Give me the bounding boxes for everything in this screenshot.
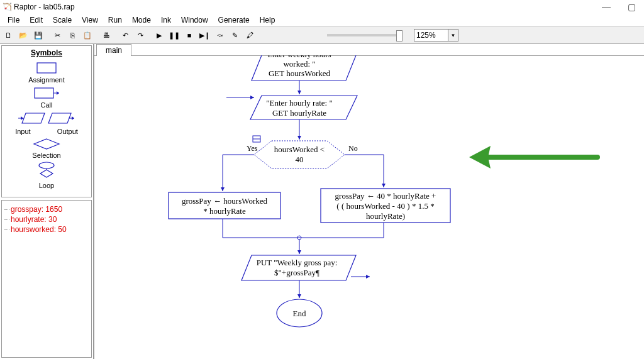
step-over-button[interactable]: ⤼ [213, 28, 226, 42]
flow-end[interactable]: End [277, 299, 322, 327]
svg-text:( ( hoursWorked  - 40 ) * 1.5 : ( ( hoursWorked - 40 ) * 1.5 * [336, 201, 434, 211]
call-label: Call [2, 101, 91, 109]
speed-slider[interactable] [327, 34, 402, 36]
selection-icon [31, 138, 62, 150]
variables-panel: grosspay: 1650 hourlyrate: 30 hoursworke… [1, 200, 92, 358]
var-row: hourlyrate: 30 [4, 214, 89, 224]
print-button[interactable]: 🖶 [99, 28, 113, 42]
no-label: No [348, 144, 358, 153]
menu-ink[interactable]: Ink [156, 14, 176, 26]
svg-marker-12 [40, 170, 53, 177]
redo-button[interactable]: ↷ [133, 28, 147, 42]
toolbar: 🗋 📂 💾 ✂ ⎘ 📋 🖶 ↶ ↷ ▶ ❚❚ ■ ▶❙ ⤼ ✎ 🖍 125% ▼ [0, 26, 644, 44]
symbols-panel: Symbols Assignment Call [1, 45, 92, 197]
svg-rect-1 [35, 88, 53, 98]
flow-output[interactable]: PUT "Weekly gross pay: $"+grossPay¶ [242, 255, 370, 280]
svg-text:GET hourlyRate: GET hourlyRate [272, 108, 326, 118]
svg-point-11 [39, 162, 54, 168]
svg-text:* hourlyRate: * hourlyRate [203, 206, 246, 216]
symbols-title: Symbols [2, 48, 91, 57]
svg-marker-56 [469, 146, 491, 168]
flow-input-1[interactable]: Enter weekly hours worked: " GET hoursWo… [226, 55, 358, 80]
highlight-button[interactable]: 🖍 [243, 28, 257, 42]
symbol-assignment[interactable]: Assignment [2, 61, 91, 84]
tab-main[interactable]: main [96, 44, 131, 56]
zoom-select[interactable]: 125% [414, 29, 448, 41]
loop-label: Loop [2, 182, 91, 189]
titlebar: 🏹 Raptor - lab05.rap — ▢ [0, 0, 644, 14]
menu-file[interactable]: File [3, 14, 25, 26]
assignment-icon [34, 61, 59, 75]
call-icon [31, 86, 62, 100]
yes-label: Yes [247, 144, 258, 153]
menu-window[interactable]: Window [176, 14, 213, 26]
svg-text:grossPay ← hoursWorked: grossPay ← hoursWorked [182, 196, 268, 206]
copy-button[interactable]: ⎘ [65, 28, 79, 42]
symbol-input-output[interactable]: Input Output [2, 111, 91, 135]
open-button[interactable]: 📂 [16, 28, 30, 42]
svg-text:GET hoursWorked: GET hoursWorked [269, 69, 331, 78]
step-button[interactable]: ▶❙ [197, 28, 211, 42]
svg-marker-9 [72, 116, 74, 120]
svg-text:"Enter hourly rate: ": "Enter hourly rate: " [266, 98, 333, 108]
workspace: Symbols Assignment Call [0, 44, 644, 359]
flow-input-2[interactable]: "Enter hourly rate: " GET hourlyRate [226, 96, 357, 119]
svg-text:hoursWorked <: hoursWorked < [274, 145, 325, 154]
flow-assign-right[interactable]: grossPay ← 40 * hourlyRate + ( ( hoursWo… [321, 189, 450, 223]
sidebar: Symbols Assignment Call [0, 44, 94, 359]
loop-icon [34, 162, 59, 180]
menu-generate[interactable]: Generate [213, 14, 255, 26]
symbol-call[interactable]: Call [2, 86, 91, 109]
menu-mode[interactable]: Mode [127, 14, 156, 26]
flow-assign-left[interactable]: grossPay ← hoursWorked * hourlyRate [169, 192, 280, 219]
svg-marker-3 [57, 91, 59, 95]
save-button[interactable]: 💾 [31, 28, 45, 42]
cut-button[interactable]: ✂ [50, 28, 64, 42]
svg-text:$"+grossPay¶: $"+grossPay¶ [274, 268, 319, 277]
app-icon: 🏹 [3, 3, 11, 11]
menu-edit[interactable]: Edit [25, 14, 48, 26]
svg-text:40: 40 [296, 155, 304, 164]
svg-text:grossPay ← 40 * hourlyRate  +: grossPay ← 40 * hourlyRate + [335, 191, 436, 201]
minimize-button[interactable]: — [594, 2, 619, 12]
annotation-arrow [465, 138, 604, 176]
output-label: Output [57, 128, 78, 135]
var-row: hoursworked: 50 [4, 224, 89, 235]
zoom-dropdown[interactable]: ▼ [448, 29, 458, 41]
menu-run[interactable]: Run [103, 14, 127, 26]
undo-button[interactable]: ↶ [118, 28, 132, 42]
svg-text:PUT "Weekly gross pay:: PUT "Weekly gross pay: [257, 258, 338, 267]
new-button[interactable]: 🗋 [1, 28, 15, 42]
selection-label: Selection [2, 152, 91, 159]
flow-decision[interactable]: hoursWorked < 40 [253, 136, 345, 168]
svg-marker-6 [21, 116, 23, 120]
pen-button[interactable]: ✎ [228, 28, 242, 42]
symbol-selection[interactable]: Selection [2, 138, 91, 159]
play-button[interactable]: ▶ [152, 28, 166, 42]
symbol-loop[interactable]: Loop [2, 162, 91, 189]
stop-button[interactable]: ■ [182, 28, 196, 42]
var-row: grosspay: 1650 [4, 204, 89, 214]
svg-marker-4 [22, 113, 45, 123]
input-label: Input [15, 128, 30, 135]
menu-scale[interactable]: Scale [48, 14, 77, 26]
svg-text:hourlyRate): hourlyRate) [366, 211, 405, 221]
input-output-icon [18, 111, 75, 126]
paste-button[interactable]: 📋 [80, 28, 94, 42]
assignment-label: Assignment [2, 76, 91, 84]
zoom-value: 125% [416, 31, 436, 40]
menu-help[interactable]: Help [255, 14, 280, 26]
svg-text:worked: ": worked: " [283, 59, 315, 69]
menu-view[interactable]: View [77, 14, 103, 26]
svg-marker-7 [48, 113, 71, 123]
menubar: File Edit Scale View Run Mode Ink Window… [0, 14, 644, 26]
window-title: Raptor - lab05.rap [14, 3, 594, 11]
svg-rect-0 [37, 63, 56, 73]
svg-marker-10 [34, 139, 59, 149]
maximize-button[interactable]: ▢ [619, 2, 644, 12]
svg-text:End: End [293, 309, 306, 318]
pause-button[interactable]: ❚❚ [167, 28, 181, 42]
canvas-area[interactable]: main Enter weekly hours worked: " GET ho… [94, 44, 644, 359]
flowchart-svg: Enter weekly hours worked: " GET hoursWo… [94, 55, 644, 359]
